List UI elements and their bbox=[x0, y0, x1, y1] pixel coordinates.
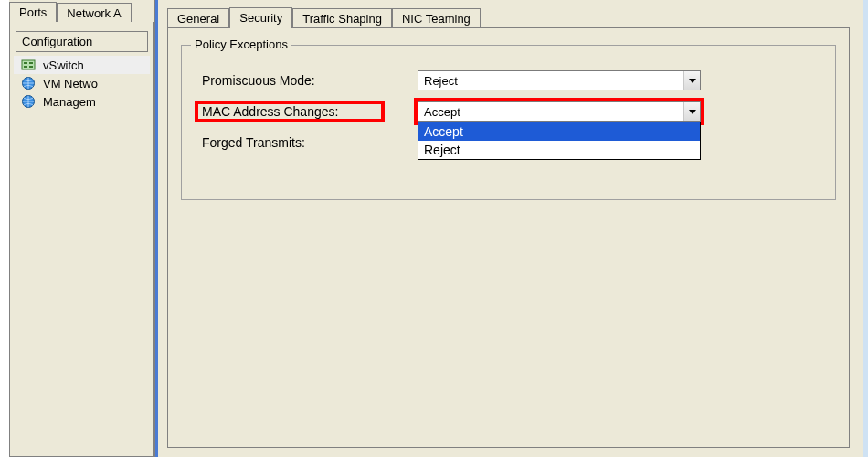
combo-promiscuous-mode[interactable]: Reject bbox=[418, 70, 701, 90]
tree-item-vswitch[interactable]: vSwitch bbox=[14, 56, 150, 74]
left-pane: Ports Network A Configuration vSwitch VM… bbox=[9, 0, 155, 457]
chevron-down-icon bbox=[683, 102, 700, 121]
label-mac-address-changes: MAC Address Changes: bbox=[198, 104, 381, 119]
tab-traffic-shaping[interactable]: Traffic Shaping bbox=[292, 8, 392, 29]
chevron-down-icon bbox=[683, 71, 700, 90]
svg-rect-1 bbox=[24, 62, 27, 64]
label-promiscuous-mode: Promiscuous Mode: bbox=[198, 73, 418, 88]
tab-body: Policy Exceptions Promiscuous Mode: Reje… bbox=[167, 27, 850, 448]
dialog-tabs: General Security Traffic Shaping NIC Tea… bbox=[167, 7, 481, 28]
left-tab-network[interactable]: Network A bbox=[57, 3, 131, 24]
vswitch-icon bbox=[21, 58, 36, 72]
combo-mac-address-changes[interactable]: Accept Accept Reject bbox=[418, 101, 701, 122]
row-mac-address-changes: MAC Address Changes: Accept Accept Rejec… bbox=[198, 101, 819, 122]
left-tabs: Ports Network A bbox=[9, 2, 132, 23]
combo-value: Reject bbox=[424, 74, 458, 88]
tab-nic-teaming[interactable]: NIC Teaming bbox=[392, 8, 481, 29]
tree-item-vmnetwork[interactable]: VM Netwo bbox=[14, 74, 150, 92]
window-edge bbox=[863, 0, 868, 457]
group-title: Policy Exceptions bbox=[191, 37, 291, 51]
tree-item-label: VM Netwo bbox=[43, 77, 98, 90]
properties-dialog: General Security Traffic Shaping NIC Tea… bbox=[155, 0, 868, 457]
label-forged-transmits: Forged Transmits: bbox=[198, 135, 418, 150]
dropdown-item-reject[interactable]: Reject bbox=[418, 141, 700, 159]
left-tab-body: Configuration vSwitch VM Netwo bbox=[9, 22, 154, 457]
svg-rect-2 bbox=[29, 62, 33, 64]
svg-rect-0 bbox=[22, 60, 35, 69]
globe-icon bbox=[21, 76, 36, 90]
dropdown-list: Accept Reject bbox=[418, 122, 701, 160]
tab-general[interactable]: General bbox=[167, 8, 229, 29]
configuration-tree: vSwitch VM Netwo Managem bbox=[14, 56, 150, 111]
tree-item-label: vSwitch bbox=[43, 58, 84, 72]
svg-rect-3 bbox=[24, 66, 27, 68]
tree-item-management[interactable]: Managem bbox=[14, 92, 150, 111]
combo-value: Accept bbox=[424, 105, 460, 119]
dropdown-item-accept[interactable]: Accept bbox=[418, 122, 700, 141]
globe-icon bbox=[21, 94, 36, 109]
row-promiscuous-mode: Promiscuous Mode: Reject bbox=[198, 69, 819, 91]
policy-exceptions-group: Policy Exceptions Promiscuous Mode: Reje… bbox=[181, 45, 836, 200]
configuration-header: Configuration bbox=[16, 31, 148, 52]
svg-rect-4 bbox=[29, 66, 33, 68]
tree-item-label: Managem bbox=[43, 95, 96, 109]
left-tab-ports[interactable]: Ports bbox=[9, 2, 57, 23]
tab-security[interactable]: Security bbox=[229, 7, 292, 28]
